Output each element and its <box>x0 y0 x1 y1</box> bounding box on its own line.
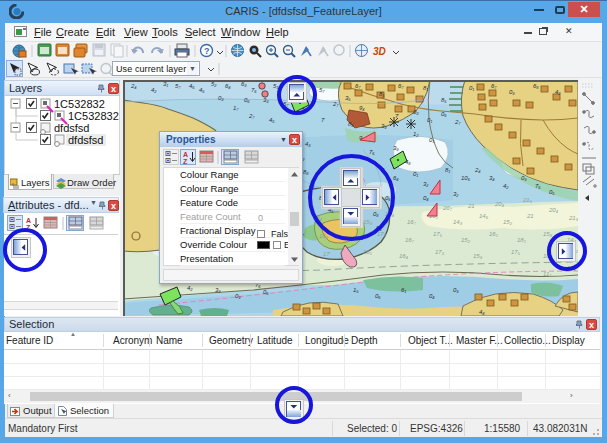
svg-text:159: 159 <box>473 253 483 260</box>
svg-text:?: ? <box>204 46 210 56</box>
svg-text:67: 67 <box>491 83 497 90</box>
svg-text:35: 35 <box>345 95 351 102</box>
svg-text:68: 68 <box>533 83 539 90</box>
svg-text:85: 85 <box>379 91 385 98</box>
svg-text:94: 94 <box>359 105 365 112</box>
svg-text:179: 179 <box>377 231 387 238</box>
svg-text:01: 01 <box>427 117 433 124</box>
svg-text:43: 43 <box>305 141 311 148</box>
svg-text:06: 06 <box>263 289 269 296</box>
svg-text:146: 146 <box>479 213 489 220</box>
svg-text:27: 27 <box>332 101 339 108</box>
svg-text:173: 173 <box>435 249 445 256</box>
svg-text:64: 64 <box>393 175 399 182</box>
svg-text:85: 85 <box>441 97 447 104</box>
svg-text:76: 76 <box>251 87 257 94</box>
svg-text:04: 04 <box>429 293 435 300</box>
svg-text:09: 09 <box>509 89 515 96</box>
svg-text:03: 03 <box>413 109 419 116</box>
svg-text:21: 21 <box>467 203 475 209</box>
svg-text:76: 76 <box>535 183 541 190</box>
svg-text:181: 181 <box>517 237 526 244</box>
svg-text:32: 32 <box>423 181 429 188</box>
svg-text:09: 09 <box>235 293 241 300</box>
svg-text:149: 149 <box>453 219 463 226</box>
svg-text:01: 01 <box>413 171 419 178</box>
svg-text:161: 161 <box>363 249 372 256</box>
svg-text:67: 67 <box>398 83 404 90</box>
svg-text:05: 05 <box>549 189 555 196</box>
svg-text:27: 27 <box>454 119 461 126</box>
svg-text:45: 45 <box>269 117 275 124</box>
svg-text:167: 167 <box>407 219 417 226</box>
svg-text:67: 67 <box>355 83 361 90</box>
svg-text:88: 88 <box>303 169 309 176</box>
svg-text:175: 175 <box>511 249 521 256</box>
svg-text:A: A <box>26 217 31 224</box>
svg-text:42: 42 <box>503 183 509 190</box>
svg-text:152: 152 <box>461 237 471 244</box>
svg-text:3D: 3D <box>373 46 386 57</box>
svg-text:01: 01 <box>429 137 435 144</box>
svg-text:39: 39 <box>393 145 399 152</box>
svg-text:167: 167 <box>405 237 415 244</box>
svg-text:106: 106 <box>461 175 471 182</box>
svg-text:21: 21 <box>526 213 534 219</box>
svg-text:44: 44 <box>479 309 485 316</box>
svg-text:42: 42 <box>555 89 561 96</box>
svg-text:06: 06 <box>375 293 381 300</box>
svg-text:06: 06 <box>441 111 447 118</box>
svg-text:39: 39 <box>381 123 387 130</box>
svg-text:04: 04 <box>423 195 429 202</box>
svg-text:164: 164 <box>399 253 409 260</box>
svg-text:17: 17 <box>323 251 330 257</box>
svg-text:81: 81 <box>423 85 429 92</box>
svg-text:42: 42 <box>151 87 157 94</box>
svg-text:161: 161 <box>489 231 498 238</box>
svg-text:204: 204 <box>494 201 505 208</box>
svg-text:152: 152 <box>503 219 513 226</box>
svg-text:215: 215 <box>522 197 533 204</box>
svg-text:46: 46 <box>189 83 195 90</box>
svg-text:76: 76 <box>369 149 375 156</box>
svg-text:33: 33 <box>263 97 269 104</box>
svg-text:03: 03 <box>218 95 224 102</box>
svg-text:32: 32 <box>453 191 459 198</box>
svg-text:63: 63 <box>241 81 247 88</box>
svg-text:219: 219 <box>568 215 578 222</box>
svg-text:64: 64 <box>225 83 231 90</box>
svg-text:Z: Z <box>183 158 188 165</box>
svg-text:24: 24 <box>130 83 137 90</box>
svg-text:85: 85 <box>348 121 354 128</box>
svg-text:A: A <box>183 151 188 158</box>
svg-text:01: 01 <box>469 85 475 92</box>
svg-text:31: 31 <box>163 81 169 88</box>
svg-text:39: 39 <box>215 287 221 294</box>
svg-text:204: 204 <box>548 207 559 214</box>
svg-text:81: 81 <box>445 167 451 174</box>
svg-text:207: 207 <box>442 205 453 212</box>
svg-text:27: 27 <box>248 113 255 120</box>
svg-text:09: 09 <box>521 175 527 182</box>
svg-text:24: 24 <box>474 167 481 174</box>
svg-text:09: 09 <box>453 287 459 294</box>
svg-text:34: 34 <box>489 175 495 182</box>
svg-text:06: 06 <box>244 97 250 104</box>
svg-text:111: 111 <box>543 271 551 278</box>
svg-text:57: 57 <box>175 83 181 90</box>
svg-text:42: 42 <box>187 285 193 292</box>
svg-text:61: 61 <box>401 287 407 294</box>
svg-text:17: 17 <box>233 105 239 112</box>
svg-text:12: 12 <box>413 131 419 138</box>
svg-text:15: 15 <box>353 287 359 294</box>
svg-text:52: 52 <box>211 81 217 88</box>
svg-text:57: 57 <box>319 87 325 94</box>
svg-text:45: 45 <box>199 87 205 94</box>
svg-text:175: 175 <box>433 231 443 238</box>
